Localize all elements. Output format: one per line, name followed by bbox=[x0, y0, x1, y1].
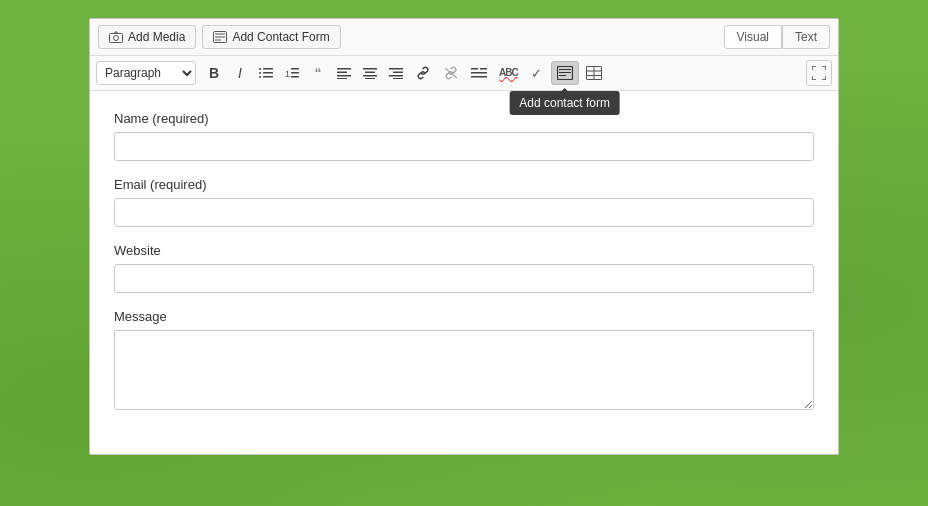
fullscreen-button[interactable] bbox=[806, 60, 832, 86]
svg-rect-11 bbox=[263, 76, 273, 78]
svg-rect-7 bbox=[263, 68, 273, 70]
svg-rect-26 bbox=[389, 75, 403, 77]
ordered-list-button[interactable]: 1. bbox=[280, 61, 304, 85]
top-bar-right: Visual Text bbox=[724, 25, 830, 49]
website-label: Website bbox=[114, 243, 814, 258]
email-field-group: Email (required) bbox=[114, 177, 814, 227]
svg-rect-24 bbox=[389, 68, 403, 70]
svg-rect-13 bbox=[291, 68, 299, 70]
email-input[interactable] bbox=[114, 198, 814, 227]
contact-form-icon bbox=[213, 30, 227, 44]
svg-rect-22 bbox=[363, 75, 377, 77]
svg-rect-14 bbox=[291, 72, 299, 74]
top-bar: Add Media Add Contact Form Visual Text bbox=[90, 19, 838, 56]
align-right-button[interactable] bbox=[384, 61, 408, 85]
svg-rect-32 bbox=[471, 76, 487, 78]
svg-rect-21 bbox=[365, 72, 375, 74]
text-tab[interactable]: Text bbox=[782, 25, 830, 49]
svg-point-1 bbox=[114, 36, 119, 41]
add-contact-form-button[interactable]: Add Contact Form bbox=[202, 25, 340, 49]
visual-tab[interactable]: Visual bbox=[724, 25, 782, 49]
svg-rect-30 bbox=[480, 68, 487, 70]
content-area: Name (required) Email (required) Website… bbox=[90, 91, 838, 454]
svg-rect-15 bbox=[291, 76, 299, 78]
svg-rect-0 bbox=[110, 34, 123, 43]
svg-rect-10 bbox=[259, 76, 261, 78]
add-contact-form-label: Add Contact Form bbox=[232, 30, 329, 44]
align-left-button[interactable] bbox=[332, 61, 356, 85]
message-label: Message bbox=[114, 309, 814, 324]
blockquote-button[interactable]: “ bbox=[306, 61, 330, 85]
svg-rect-25 bbox=[393, 72, 403, 74]
contact-form-toolbar-button[interactable] bbox=[551, 61, 579, 85]
svg-rect-27 bbox=[393, 78, 403, 79]
bold-button[interactable]: B bbox=[202, 61, 226, 85]
table-button[interactable] bbox=[581, 61, 607, 85]
svg-rect-16 bbox=[337, 68, 351, 70]
checkmark-button[interactable]: ✓ bbox=[525, 61, 549, 85]
format-bar: Paragraph Heading 1 Heading 2 Heading 3 … bbox=[90, 56, 838, 91]
message-textarea[interactable] bbox=[114, 330, 814, 410]
add-media-button[interactable]: Add Media bbox=[98, 25, 196, 49]
svg-rect-29 bbox=[471, 68, 478, 70]
top-bar-left: Add Media Add Contact Form bbox=[98, 25, 341, 49]
add-media-icon bbox=[109, 30, 123, 44]
website-field-group: Website bbox=[114, 243, 814, 293]
svg-rect-20 bbox=[363, 68, 377, 70]
website-input[interactable] bbox=[114, 264, 814, 293]
editor-container: Add Media Add Contact Form Visual Text bbox=[89, 18, 839, 455]
svg-text:1.: 1. bbox=[285, 69, 293, 79]
spellcheck-button[interactable]: ABC bbox=[494, 61, 523, 85]
insert-more-button[interactable] bbox=[466, 61, 492, 85]
svg-rect-23 bbox=[365, 78, 375, 79]
message-field-group: Message bbox=[114, 309, 814, 414]
name-input[interactable] bbox=[114, 132, 814, 161]
svg-rect-18 bbox=[337, 75, 351, 77]
italic-button[interactable]: I bbox=[228, 61, 252, 85]
align-center-button[interactable] bbox=[358, 61, 382, 85]
svg-rect-31 bbox=[471, 72, 487, 74]
svg-rect-8 bbox=[259, 72, 261, 74]
name-label: Name (required) bbox=[114, 111, 814, 126]
unordered-list-button[interactable] bbox=[254, 61, 278, 85]
svg-rect-9 bbox=[263, 72, 273, 74]
link-button[interactable] bbox=[410, 61, 436, 85]
svg-rect-6 bbox=[259, 68, 261, 70]
paragraph-select[interactable]: Paragraph Heading 1 Heading 2 Heading 3 … bbox=[96, 61, 196, 85]
add-contact-form-toolbar-wrap: Add contact form bbox=[551, 61, 579, 85]
add-media-label: Add Media bbox=[128, 30, 185, 44]
unlink-button[interactable] bbox=[438, 61, 464, 85]
email-label: Email (required) bbox=[114, 177, 814, 192]
name-field-group: Name (required) bbox=[114, 111, 814, 161]
svg-rect-19 bbox=[337, 78, 347, 79]
svg-rect-17 bbox=[337, 72, 347, 74]
